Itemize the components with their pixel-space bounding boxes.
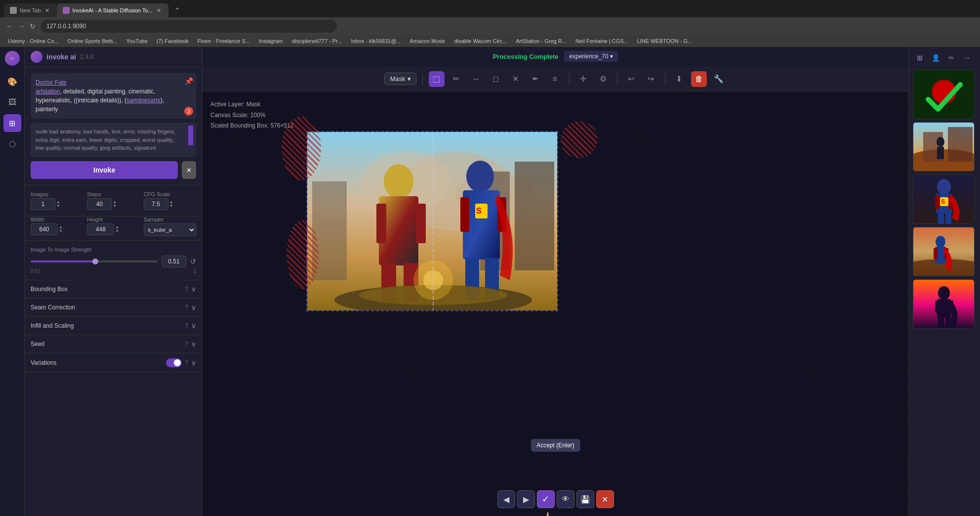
accept-button[interactable]: ✓ ☝ bbox=[537, 490, 555, 508]
sampler-select[interactable]: k_euler_a k_euler k_lms ddim bbox=[144, 223, 196, 236]
mask-dropdown[interactable]: Mask ▾ bbox=[384, 73, 416, 85]
seed-toggle-icon[interactable]: ∨ bbox=[191, 340, 196, 348]
bookmark-wacom[interactable]: disable Wacom Circ... bbox=[450, 37, 511, 45]
tab-new-tab[interactable]: New Tab ✕ bbox=[4, 3, 57, 17]
prev-button[interactable]: ◀ bbox=[497, 490, 515, 508]
bookmark-udemy[interactable]: Udemy - Online Co... bbox=[4, 37, 63, 45]
save-button[interactable]: 💾 bbox=[576, 490, 594, 508]
right-icon-layers[interactable]: 👤 bbox=[929, 51, 942, 65]
tool-settings[interactable]: ⚙ bbox=[595, 71, 611, 87]
infill-toggle-icon[interactable]: ∨ bbox=[191, 322, 196, 330]
bounding-box-toggle-icon[interactable]: ∨ bbox=[191, 285, 196, 293]
variations-toggle[interactable] bbox=[166, 358, 182, 367]
forward-button[interactable]: → bbox=[18, 22, 25, 30]
invoke-cancel-button[interactable]: ✕ bbox=[182, 161, 196, 179]
bookmark-sports[interactable]: Online Sports Betti... bbox=[64, 37, 122, 45]
browser-addressbar: ← → ↻ 127.0.0.1:9090 bbox=[0, 17, 980, 35]
right-icon-gallery[interactable]: ⊞ bbox=[913, 51, 927, 65]
positive-prompt-box[interactable]: 📌 Doctor Fate artstation, detailed, digi… bbox=[31, 73, 196, 119]
pin-icon[interactable]: 📌 bbox=[185, 76, 193, 86]
back-button[interactable]: ← bbox=[6, 22, 13, 30]
svg-rect-34 bbox=[937, 147, 944, 159]
tool-undo[interactable]: ↩ bbox=[623, 71, 639, 87]
right-icon-settings[interactable]: ↔ bbox=[960, 51, 974, 65]
tool-delete[interactable]: 🗑 bbox=[691, 71, 707, 87]
accordion-infill-header[interactable]: Infill and Scaling ? ∨ bbox=[25, 317, 202, 335]
images-input[interactable]: 1 bbox=[31, 198, 55, 210]
bookmark-facebook[interactable]: (7) Facebook bbox=[153, 37, 193, 45]
img2img-slider[interactable] bbox=[31, 260, 158, 262]
tab-invoke[interactable]: InvokeAI - A Stable Diffusion To... ✕ bbox=[57, 3, 168, 17]
sidebar-icon-nodes[interactable]: ⬡ bbox=[3, 135, 21, 153]
accordion-variations-header[interactable]: Variations ? ∨ bbox=[25, 353, 202, 372]
bounding-box-help-icon[interactable]: ? bbox=[185, 286, 188, 293]
address-bar[interactable]: 127.0.0.1:9090 bbox=[41, 20, 337, 33]
seam-toggle-icon[interactable]: ∨ bbox=[191, 303, 196, 311]
tab-close-new[interactable]: ✕ bbox=[44, 7, 51, 14]
bookmark-youtube[interactable]: YouTube bbox=[122, 37, 152, 45]
tool-brush[interactable]: ⬚ bbox=[429, 71, 445, 87]
tool-close[interactable]: ✕ bbox=[508, 71, 524, 87]
img2img-value[interactable]: 0.51 bbox=[162, 256, 186, 267]
seed-help-icon[interactable]: ? bbox=[185, 341, 188, 347]
tool-move[interactable]: ✛ bbox=[575, 71, 591, 87]
images-spinner[interactable]: ▲▼ bbox=[56, 200, 60, 208]
thumbnail-1[interactable] bbox=[913, 70, 975, 119]
sidebar-icon-generate[interactable]: 🎨 bbox=[3, 73, 21, 90]
bookmark-inbox[interactable]: Inbox - klk56831@... bbox=[347, 37, 405, 45]
height-spinner[interactable]: ▲▼ bbox=[115, 225, 119, 233]
negative-prompt-box[interactable]: nude bad anatomy, bad hands, text, error… bbox=[31, 123, 196, 157]
width-input[interactable]: 640 bbox=[31, 223, 58, 235]
seam-help-icon[interactable]: ? bbox=[185, 304, 188, 311]
canvas-area[interactable]: Active Layer: Mask Canvas Scale: 100% Sc… bbox=[203, 91, 908, 516]
bookmark-disciple[interactable]: discipleneil777 - Pr... bbox=[288, 37, 346, 45]
bounding-box-label: Scaled Bounding Box: 576×512 bbox=[210, 121, 293, 131]
height-label: Height bbox=[87, 216, 139, 222]
img2img-reset-icon[interactable]: ↺ bbox=[190, 258, 196, 265]
experience-dropdown-icon[interactable]: ▾ bbox=[610, 53, 613, 60]
tool-transform[interactable]: ↔ bbox=[468, 71, 484, 87]
variations-toggle-icon[interactable]: ∨ bbox=[191, 359, 196, 367]
tool-menu[interactable]: ≡ bbox=[547, 71, 563, 87]
thumbnail-2[interactable] bbox=[913, 122, 975, 172]
tool-download[interactable]: ⬇ bbox=[671, 71, 687, 87]
bookmark-amazon[interactable]: Amazon Music bbox=[406, 37, 449, 45]
bookmark-artstation[interactable]: ArtStation - Greg R... bbox=[512, 37, 571, 45]
mask-circle-bottom bbox=[286, 220, 319, 289]
accordion-seed-header[interactable]: Seed ? ∨ bbox=[25, 335, 202, 353]
tool-wrench[interactable]: 🔧 bbox=[711, 71, 727, 87]
bookmark-webtoon[interactable]: LINE WEBTOON - G... bbox=[633, 37, 696, 45]
sidebar-icon-gallery[interactable]: 🖼 bbox=[3, 93, 21, 111]
reload-button[interactable]: ↻ bbox=[30, 22, 36, 30]
right-icon-edit[interactable]: ✏ bbox=[944, 51, 958, 65]
tool-stroke[interactable]: ✏ bbox=[449, 71, 464, 87]
cfg-input[interactable]: 7.5 bbox=[144, 198, 168, 210]
sidebar-icon-canvas[interactable]: ⊞ bbox=[3, 114, 21, 132]
invoke-button[interactable]: Invoke bbox=[31, 161, 178, 179]
close-button[interactable]: ✕ bbox=[596, 490, 614, 508]
cursor-indicator: ☝ bbox=[539, 512, 552, 516]
tool-select[interactable]: ◻ bbox=[488, 71, 504, 87]
next-button[interactable]: ▶ bbox=[517, 490, 535, 508]
bookmark-instagram[interactable]: Instagram bbox=[255, 37, 287, 45]
tool-redo[interactable]: ↪ bbox=[643, 71, 659, 87]
tool-pen[interactable]: ✒ bbox=[528, 71, 543, 87]
new-tab-button[interactable]: + bbox=[170, 2, 184, 16]
thumbnail-5[interactable] bbox=[913, 279, 975, 329]
thumbnail-3[interactable]: S bbox=[913, 174, 975, 224]
accordion-bounding-box-header[interactable]: Bounding Box ? ∨ bbox=[25, 280, 202, 298]
width-spinner[interactable]: ▲▼ bbox=[59, 225, 63, 233]
variations-help-icon[interactable]: ? bbox=[185, 359, 188, 366]
tab-close-invoke[interactable]: ✕ bbox=[156, 7, 163, 14]
thumbnail-4[interactable] bbox=[913, 227, 975, 276]
height-input[interactable]: 448 bbox=[87, 223, 114, 235]
bookmark-neil[interactable]: Neil Fontaine | CGS... bbox=[572, 37, 632, 45]
accordion-seam-header[interactable]: Seam Correction ? ∨ bbox=[25, 299, 202, 316]
height-param: Height 448 ▲▼ bbox=[87, 216, 139, 236]
steps-input[interactable]: 40 bbox=[87, 198, 112, 210]
infill-help-icon[interactable]: ? bbox=[185, 322, 188, 329]
steps-spinner[interactable]: ▲▼ bbox=[113, 200, 117, 208]
eye-button[interactable]: 👁 bbox=[557, 490, 574, 508]
bookmark-fiverr[interactable]: Fiverr - Freelance S... bbox=[194, 37, 254, 45]
cfg-spinner[interactable]: ▲▼ bbox=[169, 200, 173, 208]
